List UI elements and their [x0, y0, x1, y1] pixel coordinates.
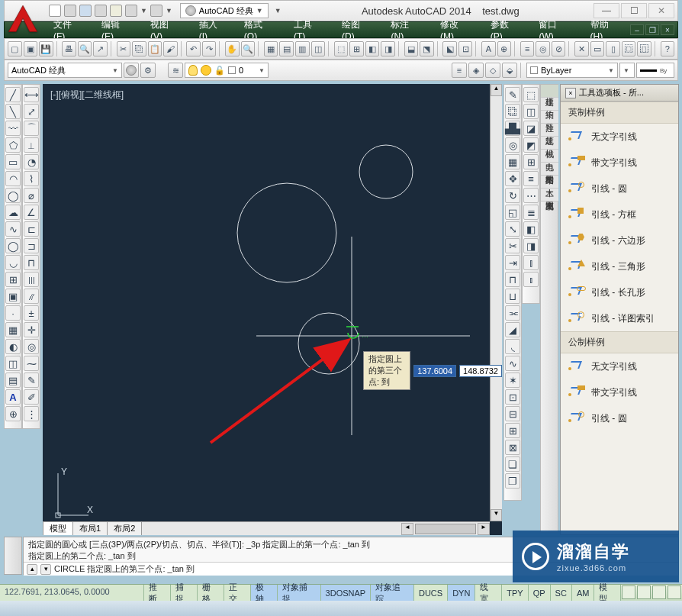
dim-space-icon[interactable]: ⫼	[24, 272, 39, 287]
status-grid[interactable]: 栅格	[198, 585, 224, 601]
tooltip-value-1[interactable]: 137.6004	[413, 365, 456, 377]
tb-icon-11[interactable]: ⬕	[442, 41, 457, 56]
addsel-icon[interactable]: ⊕	[5, 406, 21, 421]
paste-icon[interactable]: 📋	[148, 41, 162, 56]
acc-tab-5[interactable]: 电力	[541, 150, 558, 163]
viewport-label[interactable]: [-][俯视][二维线框]	[50, 89, 124, 102]
dimted-icon[interactable]: ✐	[24, 389, 39, 405]
region-icon[interactable]: ◫	[5, 356, 21, 371]
mod-ic-d[interactable]: ⊠	[505, 440, 520, 455]
menu-tools[interactable]: 工具(T)	[285, 22, 333, 37]
tb-icon-19[interactable]: ▭	[590, 41, 605, 56]
scroll-down-icon[interactable]: ▼	[491, 509, 502, 521]
tb-icon-4[interactable]: ◫	[311, 41, 326, 56]
tb-icon-20[interactable]: ▯	[606, 41, 620, 56]
lineweight-combo[interactable]: ▼	[619, 63, 635, 78]
status-icon-4[interactable]	[668, 585, 681, 599]
ord-8[interactable]: ≣	[523, 205, 539, 220]
explode-icon[interactable]: ✶	[505, 373, 520, 388]
rotate-icon[interactable]: ↻	[505, 188, 520, 203]
tab-layout2[interactable]: 布局2	[107, 521, 142, 535]
redo-icon[interactable]: ↷	[202, 41, 217, 56]
preview-icon[interactable]: 🔍	[78, 41, 92, 56]
linetype-combo[interactable]: ByLayer ▼	[526, 63, 618, 78]
dim-jog-icon[interactable]: ⌇	[24, 171, 39, 186]
copy-obj-icon[interactable]: ⿻	[505, 104, 520, 119]
line-icon[interactable]: ╱	[5, 87, 21, 102]
tb-icon-5[interactable]: ⬚	[334, 41, 349, 56]
tb-icon-10[interactable]: ⬔	[420, 41, 434, 56]
ord-3[interactable]: ◪	[523, 121, 539, 136]
layer-combo[interactable]: 🔓 0 ▼	[185, 63, 269, 78]
cmd-expand-icon[interactable]: ▴	[27, 564, 37, 575]
menu-edit[interactable]: 编辑(E)	[92, 22, 141, 37]
ord-4[interactable]: ◩	[523, 137, 539, 153]
ellarc-icon[interactable]: ◡	[5, 255, 21, 270]
qat-save-icon[interactable]	[79, 5, 92, 17]
status-dyn[interactable]: DYN	[448, 585, 475, 601]
palette-item-hex[interactable]: 引线 - 六边形	[561, 227, 678, 253]
workspace-combo[interactable]: AutoCAD 经典 ▼	[8, 63, 122, 78]
status-ducs[interactable]: DUCS	[414, 585, 448, 601]
tab-model[interactable]: 模型	[43, 521, 73, 535]
mod-ic-b[interactable]: ⊟	[505, 406, 520, 421]
lyr-icon-2[interactable]: ◈	[468, 63, 484, 78]
ws-gear-icon[interactable]: ⚙	[140, 63, 156, 78]
scale-icon[interactable]: ◱	[505, 205, 520, 220]
tb-icon-16[interactable]: ◎	[536, 41, 550, 56]
dim-cont-icon[interactable]: ⊓	[24, 255, 39, 270]
acc-tab-6[interactable]: 结构图案	[541, 163, 558, 176]
point-icon[interactable]: ·	[5, 305, 21, 321]
acc-tab-2[interactable]: 注释	[541, 111, 558, 124]
menu-file[interactable]: 文件(F)	[44, 22, 92, 37]
scroll-right-icon[interactable]: ►	[478, 523, 490, 535]
dim-ang-icon[interactable]: ∠	[24, 205, 39, 220]
stretch-icon[interactable]: ⤡	[505, 221, 520, 237]
acc-tab-3[interactable]: 建筑	[541, 124, 558, 137]
palette-item-noleader[interactable]: 无文字引线	[561, 124, 678, 150]
tolerance-icon[interactable]: ±	[24, 305, 39, 321]
arc-icon[interactable]: ◠	[5, 171, 21, 186]
cmd-recent-icon[interactable]: ▾	[40, 564, 51, 575]
ord-10[interactable]: ◨	[523, 238, 539, 253]
qat-redo-icon[interactable]	[150, 5, 162, 17]
menu-draw[interactable]: 绘图(D)	[333, 22, 381, 37]
break2-icon[interactable]: ⊔	[505, 289, 520, 304]
publish-icon[interactable]: ↗	[93, 41, 108, 56]
center-icon[interactable]: ✛	[24, 322, 39, 337]
scroll-up-icon[interactable]: ▲	[491, 84, 502, 96]
color-combo[interactable]: By	[636, 63, 674, 78]
mod-ic-a[interactable]: ⊡	[505, 389, 520, 405]
ord-11[interactable]: ⫿	[523, 255, 539, 270]
palette-item-box[interactable]: 引线 - 方框	[561, 202, 678, 227]
tab-layout1[interactable]: 布局1	[72, 521, 108, 535]
menu-window[interactable]: 窗口(W)	[529, 22, 581, 37]
dim-base-icon[interactable]: ⊐	[24, 238, 39, 253]
insert-icon[interactable]: ⊞	[5, 272, 21, 287]
acc-tab-4[interactable]: 机械	[541, 137, 558, 150]
doc-minimize-button[interactable]: –	[630, 24, 644, 35]
circle-icon[interactable]: ◯	[5, 188, 21, 203]
ord-1[interactable]: ⬚	[523, 87, 539, 102]
match-icon[interactable]: 🖌	[163, 41, 178, 56]
status-qp[interactable]: QP	[529, 585, 551, 601]
dimstyle-icon[interactable]: ⋮	[24, 406, 39, 421]
mirror-icon[interactable]: ▟▙	[505, 121, 520, 136]
chamfer-icon[interactable]: ◢	[505, 322, 520, 337]
tb-icon-6[interactable]: ⊞	[349, 41, 364, 56]
dim-dia-icon[interactable]: ⌀	[24, 188, 39, 203]
horizontal-scrollbar[interactable]: 模型 布局1 布局2 ◄ ►	[43, 521, 490, 535]
dim-aligned-icon[interactable]: ⤢	[24, 104, 39, 119]
open-icon[interactable]: ▣	[24, 41, 38, 56]
status-lwt[interactable]: 线宽	[475, 585, 502, 601]
plot-icon[interactable]: 🖶	[62, 41, 76, 56]
close-button[interactable]: ✕	[648, 3, 674, 18]
tb-icon-22[interactable]: ⿵	[637, 41, 651, 56]
acc-tab-8[interactable]: 图案填充	[541, 189, 558, 202]
palette-item2-textleader[interactable]: 带文字引线	[561, 379, 678, 405]
status-otrack[interactable]: 对象追踪	[371, 585, 414, 601]
new-icon[interactable]: ▢	[8, 41, 22, 56]
menu-help[interactable]: 帮助(H)	[581, 22, 630, 37]
extend-icon[interactable]: ⇥	[505, 255, 520, 270]
array-icon[interactable]: ▦	[505, 154, 520, 169]
